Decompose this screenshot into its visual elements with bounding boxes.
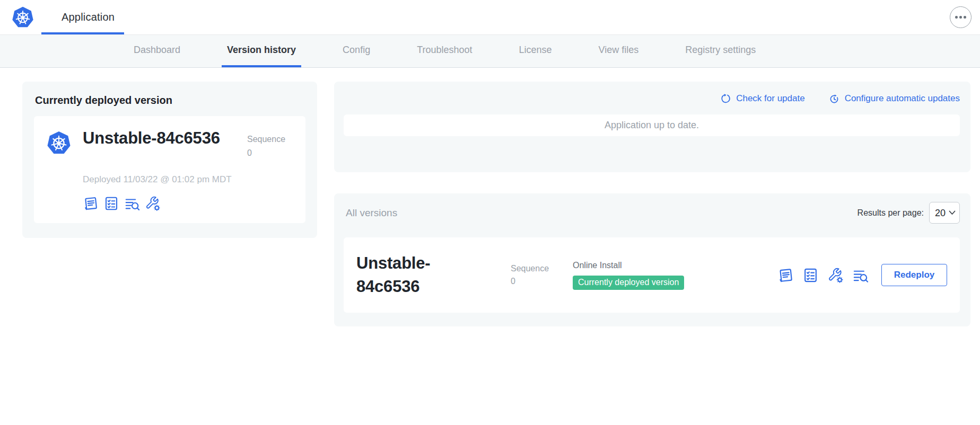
preflight-checks-icon[interactable] [802, 267, 819, 284]
deployed-panel-title: Currently deployed version [35, 94, 304, 107]
deployed-version-card: Unstable-84c6536 Sequence 0 Deployed 11/… [34, 116, 305, 223]
row-version-label: Unstable-84c6536 [356, 252, 493, 298]
redeploy-button[interactable]: Redeploy [881, 264, 947, 286]
ellipsis-icon [955, 16, 958, 19]
tab-view-files[interactable]: View files [593, 35, 644, 67]
all-versions-title: All versions [346, 207, 397, 219]
release-notes-icon[interactable] [83, 196, 99, 211]
deployed-timestamp: Deployed 11/03/22 @ 01:02 pm MDT [83, 174, 293, 185]
deploy-logs-icon[interactable] [124, 196, 140, 211]
app-subnav: Dashboard Version history Config Trouble… [0, 35, 980, 68]
preflight-checks-icon[interactable] [103, 196, 119, 211]
active-app-indicator [41, 32, 124, 35]
all-versions-panel: All versions Results per page: 20 Unstab… [334, 193, 970, 326]
updates-panel: Check for update Configure automatic upd… [334, 82, 970, 172]
version-row: Unstable-84c6536 Sequence 0 Online Insta… [344, 237, 960, 313]
install-type-label: Online Install [573, 261, 705, 270]
configure-automatic-updates-link[interactable]: Configure automatic updates [828, 93, 960, 104]
results-per-page-select[interactable]: 20 [929, 202, 960, 224]
app-header: Application [0, 0, 980, 35]
config-icon[interactable] [827, 267, 844, 284]
currently-deployed-panel: Currently deployed version [22, 82, 317, 238]
row-sequence: Sequence 0 [511, 262, 559, 288]
tab-dashboard[interactable]: Dashboard [128, 35, 186, 67]
update-status-message: Application up to date. [344, 114, 960, 136]
overflow-menu-button[interactable] [950, 6, 972, 28]
deployed-version-label: Unstable-84c6536 [83, 129, 247, 160]
check-for-update-link[interactable]: Check for update [720, 93, 804, 104]
results-per-page-label: Results per page: [858, 208, 924, 218]
kubernetes-app-icon [47, 131, 71, 155]
tab-registry-settings[interactable]: Registry settings [680, 35, 761, 67]
tab-license[interactable]: License [514, 35, 557, 67]
deployed-sequence: Sequence 0 [247, 129, 293, 160]
tab-config[interactable]: Config [337, 35, 375, 67]
kubernetes-logo [12, 6, 34, 29]
refresh-icon [720, 93, 731, 104]
config-icon[interactable] [145, 196, 161, 211]
tab-troubleshoot[interactable]: Troubleshoot [412, 35, 477, 67]
release-notes-icon[interactable] [777, 267, 794, 284]
scheduled-update-icon [828, 93, 840, 104]
deploy-logs-icon[interactable] [852, 267, 869, 284]
right-column: Check for update Configure automatic upd… [334, 82, 970, 326]
main-content: Currently deployed version [0, 68, 980, 326]
deployed-status-badge: Currently deployed version [573, 276, 684, 290]
app-tab-label[interactable]: Application [62, 11, 115, 23]
tab-version-history[interactable]: Version history [222, 35, 301, 67]
